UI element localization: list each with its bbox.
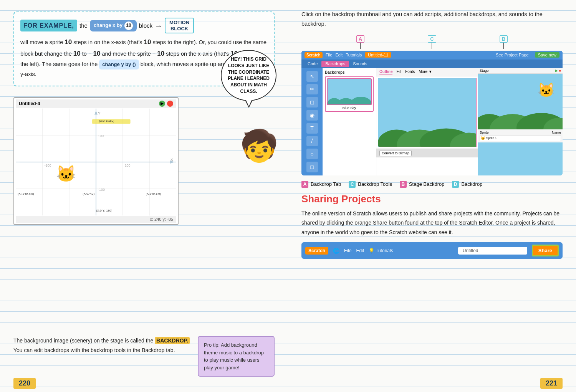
- sidebar-brush-icon[interactable]: ✏: [306, 84, 318, 95]
- label-item-c: C Backdrop Tools: [349, 181, 392, 188]
- share-input[interactable]: Untitled: [458, 247, 527, 255]
- body-text-2: steps in on the x-axis (that's: [73, 39, 142, 45]
- backdrop-text: The background image (scenery) on the st…: [13, 336, 190, 355]
- sprite1-name: Sprite 1: [486, 136, 497, 140]
- right-page: Click on the backdrop thumbnail and you …: [288, 0, 576, 392]
- tab-backdrops[interactable]: Backdrops: [321, 61, 349, 67]
- svg-text:100: 100: [125, 164, 131, 167]
- speech-bubble-text: HEY! THIS GRID LOOKS JUST LIKE THE COORD…: [228, 56, 270, 94]
- convert-bitmap-button[interactable]: Convert to Bitmap: [379, 150, 412, 156]
- num5: 10: [157, 50, 164, 57]
- stage-label: Stage: [480, 69, 489, 73]
- tab-code[interactable]: Code: [305, 61, 321, 67]
- coord-grid-wrapper: Untitled-4 ▶: [13, 93, 179, 229]
- tools-tab-fill[interactable]: Fill: [396, 69, 401, 74]
- annotation-b-top: B: [500, 35, 508, 49]
- sidebar-eraser-icon[interactable]: ◻: [306, 97, 318, 108]
- editor-title: Untitled-11: [365, 52, 391, 58]
- stage-preview: 🐱: [478, 74, 563, 129]
- bottom-annotations: A Backdrop Tab C Backdrop Tools B Stage …: [301, 181, 563, 188]
- top-annotations: A C B: [301, 35, 563, 49]
- for-example-header: FOR EXAMPLE, the change x by 10 block → …: [20, 18, 268, 33]
- label-b-text: Stage Backdrop: [409, 181, 445, 187]
- body-text-1: will move a sprite: [20, 39, 63, 45]
- pro-tip-text: Pro tip: Add background theme music to a…: [204, 342, 264, 370]
- sidebar-text-icon[interactable]: T: [306, 123, 318, 134]
- annotation-a-top: A: [356, 35, 364, 49]
- sprite-label: Sprite: [480, 131, 489, 134]
- stage-controls: ▶ ■: [555, 69, 561, 73]
- body-text-6: steps on the x-axis (that's: [166, 51, 229, 57]
- num2: 10: [144, 38, 151, 46]
- grid-footer: x: 240 y: -85: [16, 216, 176, 223]
- editor-menu-file: File: [326, 53, 333, 57]
- tools-tab-outline[interactable]: Outline: [379, 69, 392, 74]
- grid-area: Y 100 -100 -100 100 🐱 (X:-240,Y:0) (X:0,…: [16, 108, 176, 216]
- tools-panel: Outline Fill Fonts More ▼: [376, 68, 478, 175]
- scratch-grid-container: Untitled-4 ▶: [13, 97, 179, 225]
- backdrop-text-1: The background image (scenery) on the st…: [13, 337, 153, 344]
- tab-sounds[interactable]: Sounds: [350, 61, 370, 67]
- label-d-text: Backdrop: [461, 181, 482, 187]
- svg-text:100: 100: [98, 134, 104, 138]
- label-c-badge: C: [349, 181, 356, 188]
- num1: 10: [65, 38, 72, 46]
- svg-text:X: X: [170, 157, 173, 162]
- num3: 10: [73, 50, 81, 57]
- left-page: FOR EXAMPLE, the change x by 10 block → …: [0, 0, 288, 392]
- label-b-badge: B: [400, 181, 407, 188]
- stage-stop-icon[interactable]: ■: [559, 69, 561, 73]
- sidebar-rect-icon[interactable]: □: [306, 162, 318, 172]
- svg-text:🐱: 🐱: [56, 164, 76, 184]
- backdrop-panel-header: Backdrops: [325, 70, 374, 74]
- sprite1-item[interactable]: 🐱 Sprite 1: [480, 135, 561, 141]
- editor-menu-edit: Edit: [335, 53, 343, 57]
- share-menu: File Edit 💡 Tutorials: [344, 248, 454, 253]
- globe-icon: 🌐: [333, 248, 339, 254]
- scratch-logo-share: Scratch: [305, 247, 328, 255]
- sharing-title: Sharing Projects: [301, 193, 563, 205]
- green-flag-icon[interactable]: ▶: [159, 101, 165, 107]
- arrow-b: [503, 42, 504, 49]
- book-spread: FOR EXAMPLE, the change x by 10 block → …: [0, 0, 576, 392]
- page-number-left: 220: [13, 378, 36, 389]
- backdrop-panel: Backdrops Blue Sky: [323, 68, 376, 175]
- canvas-area: [378, 78, 477, 147]
- editor-logo: Scratch: [305, 52, 323, 58]
- label-a-badge: A: [301, 181, 308, 188]
- tools-header: Outline Fill Fonts More ▼: [376, 68, 478, 76]
- stage-flag-icon[interactable]: ▶: [555, 69, 558, 73]
- see-project-page[interactable]: See Project Page: [496, 53, 529, 57]
- speech-bubble: HEY! THIS GRID LOOKS JUST LIKE THE COORD…: [221, 50, 276, 101]
- intro-the: the: [79, 21, 88, 30]
- pro-tip-box: Pro tip: Add background theme music to a…: [198, 336, 275, 377]
- scratch-editor-screenshot: Scratch File Edit Tutorials Untitled-11 …: [301, 51, 563, 175]
- lightbulb-icon: 💡: [369, 248, 374, 253]
- share-menu-file[interactable]: File: [344, 248, 351, 253]
- intro-text: Click on the backdrop thumbnail and you …: [301, 11, 543, 27]
- tools-tab-more[interactable]: More ▼: [419, 69, 432, 74]
- label-b-top: B: [500, 35, 508, 43]
- arrow-label: →: [155, 20, 162, 32]
- num4: 10: [93, 50, 100, 57]
- backdrop-item-label: Blue Sky: [327, 106, 372, 110]
- scratch-grid-header: Untitled-4 ▶: [16, 99, 176, 108]
- arrow-c: [432, 42, 432, 49]
- annotation-c-top: C: [428, 35, 436, 49]
- share-menu-edit[interactable]: Edit: [356, 248, 364, 253]
- save-now-button[interactable]: Save now: [535, 52, 559, 58]
- editor-top-bar: Scratch File Edit Tutorials Untitled-11 …: [301, 51, 563, 60]
- sidebar-fill-icon[interactable]: ◉: [306, 110, 318, 121]
- sidebar-line-icon[interactable]: /: [306, 136, 318, 147]
- share-input-value: Untitled: [463, 248, 478, 253]
- grid-coords-footer: x: 240 y: -85: [150, 217, 173, 222]
- share-button[interactable]: Share: [532, 245, 559, 256]
- label-a-text: Backdrop Tab: [311, 181, 341, 187]
- red-stop-icon[interactable]: [167, 101, 173, 107]
- backdrop-item-active[interactable]: Blue Sky: [325, 76, 374, 112]
- sidebar-cursor-icon[interactable]: ↖: [306, 71, 318, 82]
- share-menu-tutorials[interactable]: 💡 Tutorials: [369, 248, 393, 253]
- tools-tab-fonts[interactable]: Fonts: [405, 69, 415, 74]
- label-item-b: B Stage Backdrop: [400, 181, 445, 188]
- sidebar-circle-icon[interactable]: ○: [306, 149, 318, 159]
